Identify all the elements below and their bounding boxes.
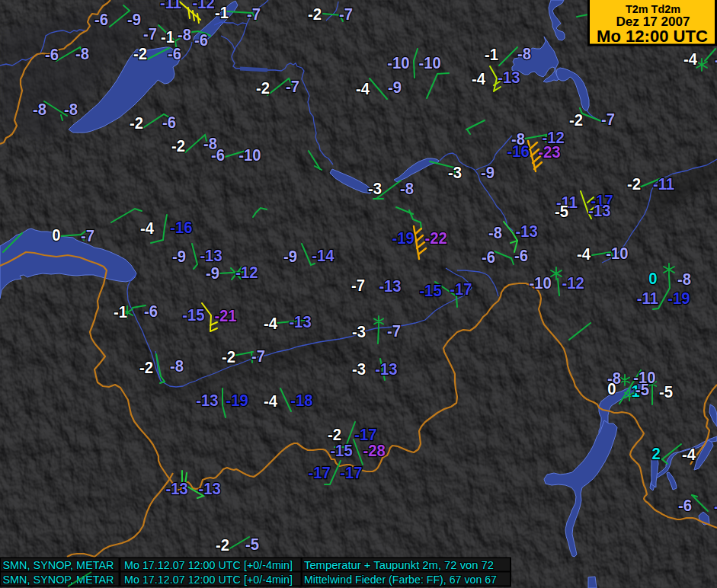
svg-text:-13: -13: [200, 246, 222, 265]
svg-text:-2: -2: [139, 358, 153, 377]
svg-text:-6: -6: [94, 10, 108, 29]
svg-text:-17: -17: [340, 463, 362, 482]
svg-text:Mo 17.12.07 12:00 UTC [+0/-4mi: Mo 17.12.07 12:00 UTC [+0/-4min]: [124, 573, 293, 586]
svg-text:-13: -13: [196, 391, 218, 410]
svg-text:-5: -5: [245, 535, 259, 554]
svg-text:-9: -9: [127, 10, 141, 29]
svg-text:Temperatur + Taupunkt 2m, 72 v: Temperatur + Taupunkt 2m, 72 von 72: [304, 558, 494, 571]
svg-text:-9: -9: [714, 497, 717, 516]
svg-text:-3: -3: [352, 360, 366, 379]
svg-text:-6: -6: [162, 113, 176, 132]
svg-text:-13: -13: [588, 201, 610, 220]
svg-text:-2: -2: [256, 78, 270, 97]
svg-text:-2: -2: [308, 5, 322, 24]
svg-text:-4: -4: [683, 50, 697, 69]
svg-text:-3: -3: [448, 163, 462, 182]
svg-text:-2: -2: [171, 136, 185, 155]
svg-text:-8: -8: [517, 44, 531, 63]
svg-text:-2: -2: [216, 535, 229, 554]
svg-text:-18: -18: [290, 391, 312, 410]
svg-text:-5: -5: [659, 382, 673, 401]
svg-text:-6: -6: [144, 302, 158, 321]
svg-text:-16: -16: [170, 218, 192, 237]
svg-text:-8: -8: [75, 44, 89, 63]
svg-text:-8: -8: [170, 356, 184, 375]
svg-text:-23: -23: [538, 142, 560, 161]
svg-text:-7: -7: [387, 321, 401, 340]
svg-text:-6: -6: [211, 145, 225, 165]
svg-text:-2: -2: [133, 44, 147, 63]
svg-text:-4: -4: [140, 219, 154, 238]
svg-text:-7: -7: [81, 226, 94, 245]
svg-text:-19: -19: [392, 228, 414, 248]
svg-text:-7: -7: [601, 110, 615, 129]
svg-text:-6: -6: [678, 496, 692, 515]
svg-text:-10: -10: [238, 145, 261, 165]
svg-text:-11: -11: [637, 289, 658, 308]
svg-text:-13: -13: [498, 68, 520, 87]
svg-text:-2: -2: [569, 110, 583, 129]
svg-text:-7: -7: [339, 5, 353, 24]
svg-text:-6: -6: [45, 45, 59, 64]
svg-text:-22: -22: [424, 228, 447, 248]
svg-text:-17: -17: [308, 463, 330, 482]
svg-text:0: 0: [648, 269, 657, 288]
svg-text:-5: -5: [555, 202, 568, 221]
svg-text:-3: -3: [368, 179, 382, 198]
svg-text:0: 0: [607, 379, 616, 398]
svg-text:-7: -7: [351, 276, 365, 295]
svg-text:-4: -4: [356, 79, 370, 98]
svg-text:-19: -19: [226, 391, 248, 410]
svg-text:-4: -4: [682, 445, 696, 464]
svg-text:-1: -1: [114, 302, 127, 321]
svg-text:-13: -13: [289, 312, 311, 331]
svg-text:-8: -8: [488, 223, 502, 242]
svg-text:-13: -13: [198, 479, 220, 498]
svg-text:-13: -13: [379, 276, 401, 296]
svg-text:-9: -9: [206, 264, 219, 283]
svg-text:-13: -13: [375, 360, 397, 379]
svg-text:-21: -21: [214, 306, 236, 325]
svg-text:2: 2: [651, 444, 660, 463]
svg-text:-4: -4: [472, 69, 485, 88]
svg-text:-4: -4: [577, 244, 591, 264]
svg-text:Mo 17.12.07 12:00 UTC [+0/-4mi: Mo 17.12.07 12:00 UTC [+0/-4min]: [124, 558, 293, 571]
svg-text:-1: -1: [485, 45, 498, 64]
svg-text:-11: -11: [653, 174, 674, 193]
svg-text:-1: -1: [215, 3, 229, 22]
svg-text:-2: -2: [222, 347, 235, 366]
svg-text:-4: -4: [264, 314, 277, 333]
svg-text:-3: -3: [352, 322, 366, 341]
svg-text:-8: -8: [400, 179, 414, 198]
svg-text:-8: -8: [64, 100, 78, 119]
svg-text:Mo 12:00 UTC: Mo 12:00 UTC: [597, 27, 708, 46]
svg-text:-7: -7: [143, 24, 157, 43]
svg-text:-10: -10: [418, 53, 440, 72]
svg-text:-8: -8: [33, 100, 46, 119]
svg-text:Mittelwind Fieder (Farbe: FF),: Mittelwind Fieder (Farbe: FF), 67 von 67: [304, 573, 497, 586]
svg-text:-12: -12: [235, 263, 258, 282]
svg-text:-15: -15: [182, 305, 204, 324]
svg-text:-12: -12: [562, 273, 584, 292]
svg-text:-7: -7: [247, 5, 261, 24]
svg-text:-12: -12: [192, 0, 214, 12]
svg-text:SMN, SYNOP, METAR: SMN, SYNOP, METAR: [3, 558, 114, 571]
svg-text:-7: -7: [286, 77, 299, 96]
svg-text:-2: -2: [627, 174, 641, 193]
svg-text:-14: -14: [312, 246, 334, 265]
svg-text:-9: -9: [172, 247, 186, 266]
svg-text:-10: -10: [529, 273, 551, 292]
svg-text:-15: -15: [330, 441, 352, 460]
svg-text:-19: -19: [667, 289, 690, 308]
svg-text:-13: -13: [515, 222, 537, 241]
svg-text:-10: -10: [387, 53, 409, 72]
svg-text:-17: -17: [450, 280, 472, 299]
svg-text:-8: -8: [178, 25, 191, 44]
svg-text:-7: -7: [251, 347, 265, 366]
svg-text:-4: -4: [264, 391, 277, 411]
svg-text:-16: -16: [507, 142, 529, 161]
svg-text:-13: -13: [165, 479, 187, 498]
svg-text:-6: -6: [168, 44, 181, 63]
svg-text:-6: -6: [194, 30, 208, 50]
svg-text:-10: -10: [606, 244, 628, 263]
